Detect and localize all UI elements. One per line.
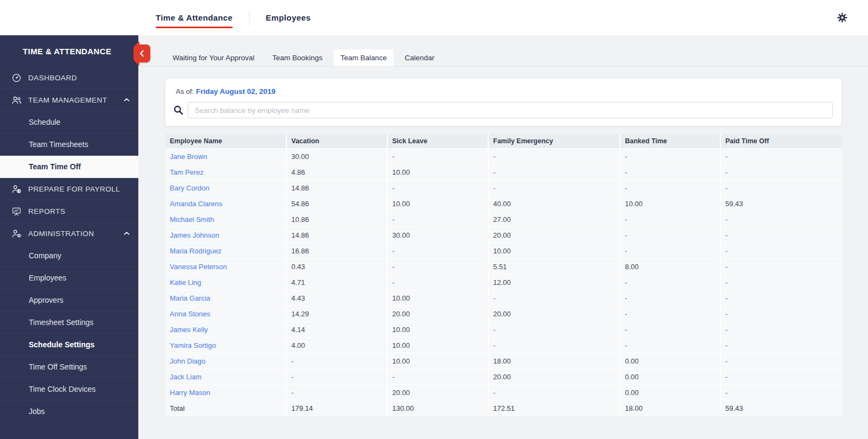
sidebar-item-timesheet-settings[interactable]: Timesheet Settings [0,311,138,334]
balance-cell: - [287,353,387,368]
total-cell: 130.00 [388,400,488,416]
as-of-row: As of:Friday August 02, 2019 [176,87,276,96]
sidebar-collapse-button[interactable] [133,44,150,62]
employee-name-link[interactable]: Tam Perez [165,164,286,180]
sidebar-item-label: PREPARE FOR PAYROLL [28,185,120,193]
balance-cell: - [721,353,842,368]
main-content: Waiting for Your ApprovalTeam BookingsTe… [138,35,868,439]
gear-icon[interactable] [837,12,847,23]
balance-cell: - [489,164,620,180]
employee-name-link[interactable]: Jane Brown [165,149,286,164]
topbar-tab-employees[interactable]: Employees [266,13,311,22]
balance-cell: 10.00 [388,338,488,353]
balance-cell: 20.00 [388,306,488,321]
employee-name-link[interactable]: James Kelly [165,322,286,337]
sidebar-item-employees[interactable]: Employees [0,267,138,289]
balance-cell: - [721,212,842,227]
subtab-team-bookings[interactable]: Team Bookings [266,49,329,66]
table-row: James Johnson14.8630.0020.00-- [165,227,842,243]
balance-cell: - [489,290,620,306]
balance-cell: - [489,149,620,164]
employee-name-link[interactable]: Amanda Clarens [165,196,286,211]
chevron-up-icon [124,232,130,236]
sidebar-item-label: Timesheet Settings [29,318,93,327]
dashboard-icon [11,73,22,82]
sidebar-item-team-time-off[interactable]: Team Time Off [0,156,138,178]
sidebar-item-schedule[interactable]: Schedule [0,111,138,133]
employee-name-link[interactable]: Vanessa Peterson [165,259,286,274]
sidebar-item-label: TEAM MANAGEMENT [28,96,107,104]
subtab-calendar[interactable]: Calendar [398,49,441,66]
employee-name-link[interactable]: Jack Liam [165,369,286,384]
sidebar-item-reports[interactable]: REPORTS [0,200,138,222]
employee-name-link[interactable]: Katie Ling [165,275,286,290]
balance-cell: 12.00 [489,275,620,290]
employee-name-link[interactable]: Bary Cordon [165,180,286,195]
balance-cell: 40.00 [489,196,620,211]
subtab-divider [138,66,868,67]
sidebar-item-approvers[interactable]: Approvers [0,289,138,311]
balance-table: Employee NameVacationSick LeaveFamily Em… [165,134,842,416]
subtab-team-balance[interactable]: Team Balance [334,49,393,66]
search-input[interactable] [188,102,833,118]
balance-cell: - [721,369,842,384]
sidebar-item-company[interactable]: Company [0,245,138,267]
balance-cell: 20.00 [489,369,620,384]
employee-name-link[interactable]: Harry Mason [165,385,286,400]
filter-card: As of:Friday August 02, 2019 [165,79,841,126]
balance-cell: - [621,306,720,321]
table-header-row: Employee NameVacationSick LeaveFamily Em… [165,134,842,149]
balance-cell: 0.00 [621,369,720,384]
sidebar-item-time-off-settings[interactable]: Time Off Settings [0,356,138,378]
table-row: Maria Rodriguez16.86-10.00-- [165,243,842,259]
table-row: Michael Smith10.86-27.00-- [165,212,842,227]
sidebar-item-label: REPORTS [28,207,66,215]
balance-cell: 27.00 [489,212,620,227]
employee-name-link[interactable]: Anna Stones [165,306,286,321]
balance-cell: - [721,149,842,164]
balance-cell: 54.86 [287,196,387,211]
balance-cell: 14.86 [287,227,387,243]
balance-cell: 4.71 [287,275,387,290]
table-total-row: Total179.14130.00172.5118.0059.43 [165,400,842,416]
balance-cell: 4.00 [287,338,387,353]
employee-name-link[interactable]: Maria Garcia [165,290,286,306]
balance-cell: 30.00 [388,227,488,243]
sidebar-item-label: DASHBOARD [28,74,77,82]
balance-cell: - [721,243,842,258]
sidebar-item-administration[interactable]: ADMINISTRATION [0,222,138,245]
employee-name-link[interactable]: Yamira Sortigo [165,338,286,353]
balance-cell: 4.14 [287,322,387,337]
administration-icon [11,229,22,238]
balance-cell: - [621,180,720,195]
topbar-tab-time-attendance[interactable]: Time & Attendance [156,13,233,22]
sidebar-item-team-management[interactable]: TEAM MANAGEMENT [0,89,138,111]
sidebar-item-dashboard[interactable]: DASHBOARD [0,67,138,89]
balance-cell: - [489,322,620,337]
search-row [174,102,833,118]
sidebar-item-time-clock-devices[interactable]: Time Clock Devices [0,378,138,400]
sidebar-item-jobs[interactable]: Jobs [0,400,138,423]
table-row: James Kelly4.1410.00--- [165,322,842,338]
sidebar-item-label: Schedule [29,118,60,126]
search-icon [174,105,183,115]
balance-cell: 18.00 [489,353,620,368]
employee-name-link[interactable]: Maria Rodriguez [165,243,286,258]
employee-name-link[interactable]: Michael Smith [165,212,286,227]
sidebar-item-label: Company [29,251,61,260]
balance-cell: - [621,338,720,353]
as-of-date-link[interactable]: Friday August 02, 2019 [196,87,276,96]
employee-name-link[interactable]: John Diago [165,353,286,368]
subtab-waiting-for-your-approval[interactable]: Waiting for Your Approval [166,49,261,66]
sidebar-item-schedule-settings[interactable]: Schedule Settings [0,334,138,356]
subtabs: Waiting for Your ApprovalTeam BookingsTe… [166,49,446,66]
column-header-employee-name: Employee Name [165,134,286,148]
employee-name-link[interactable]: James Johnson [165,227,286,243]
sidebar-item-prepare-for-payroll[interactable]: PREPARE FOR PAYROLL [0,178,138,200]
table-row: Tam Perez4.8610.00--- [165,164,842,180]
balance-cell: 0.00 [621,385,720,400]
sidebar-item-team-timesheets[interactable]: Team Timesheets [0,133,138,156]
balance-cell: - [721,275,842,290]
balance-cell: 30.00 [287,149,387,164]
balance-cell: - [621,290,720,306]
